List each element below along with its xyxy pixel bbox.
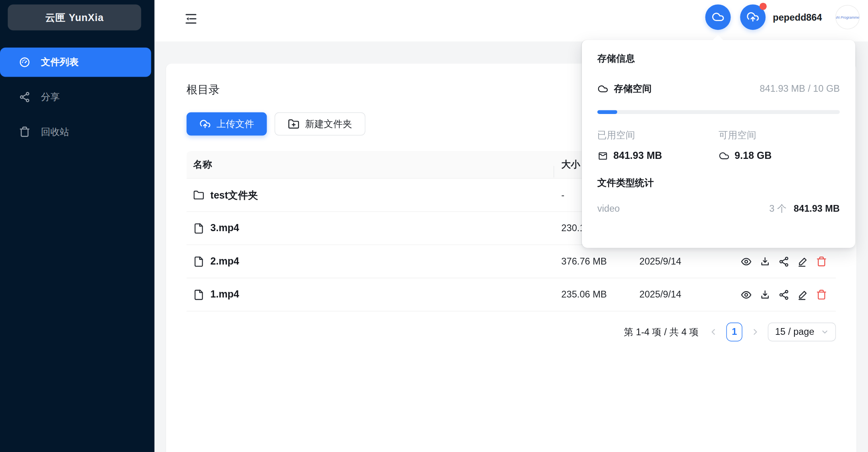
user-avatar[interactable]: NN Programmer bbox=[835, 5, 860, 29]
storage-info-button[interactable] bbox=[705, 4, 730, 30]
folder-icon bbox=[193, 189, 204, 201]
delete-icon[interactable] bbox=[816, 289, 827, 300]
file-date-cell: 2025/9/14 bbox=[631, 289, 734, 300]
storage-progress-fill bbox=[597, 110, 617, 114]
row-actions bbox=[734, 256, 836, 267]
share-icon[interactable] bbox=[778, 289, 789, 300]
next-page-icon[interactable] bbox=[751, 328, 760, 336]
delete-icon[interactable] bbox=[816, 256, 827, 267]
file-name-cell[interactable]: 2.mp4 bbox=[186, 255, 553, 267]
file-type-stat-row: video 3 个 841.93 MB bbox=[597, 203, 840, 215]
file-type-stats-title: 文件类型统计 bbox=[597, 176, 840, 189]
file-type-name: video bbox=[597, 203, 620, 214]
column-header-name[interactable]: 名称 bbox=[186, 158, 553, 171]
file-name-cell[interactable]: 1.mp4 bbox=[186, 289, 553, 300]
sidebar-item[interactable]: 回收站 bbox=[0, 117, 151, 147]
download-icon[interactable] bbox=[760, 289, 771, 300]
file-name: test文件夹 bbox=[210, 188, 258, 201]
file-name: 1.mp4 bbox=[210, 289, 239, 300]
free-space: 可用空间 9.18 GB bbox=[719, 129, 840, 162]
app-logo: 云匣 YunXia bbox=[8, 4, 141, 30]
storage-space-value: 841.93 MB / 10 GB bbox=[760, 83, 840, 95]
pagination: 第 1-4 项 / 共 4 项 1 15 / page bbox=[186, 323, 836, 341]
new-folder-label: 新建文件夹 bbox=[305, 118, 352, 130]
trash-icon bbox=[19, 126, 30, 138]
table-row[interactable]: 2.mp4 376.76 MB 2025/9/14 bbox=[186, 245, 836, 278]
sidebar-item[interactable]: 分享 bbox=[0, 83, 151, 112]
free-space-value: 9.18 GB bbox=[734, 150, 771, 161]
sidebar: 云匣 YunXia 文件列表 bbox=[0, 0, 155, 452]
username[interactable]: pepedd864 bbox=[773, 0, 822, 35]
popover-title: 存储信息 bbox=[597, 52, 840, 65]
sidebar-item-label: 分享 bbox=[41, 91, 60, 103]
used-space-label: 已用空间 bbox=[597, 129, 719, 142]
file-type-size: 841.93 MB bbox=[794, 203, 840, 214]
sidebar-item-label: 回收站 bbox=[41, 126, 69, 138]
file-size-cell: 376.76 MB bbox=[554, 256, 631, 267]
storage-space-row: 存储空间 841.93 MB / 10 GB bbox=[597, 83, 840, 95]
dashboard-icon bbox=[19, 56, 30, 68]
file-date-cell: 2025/9/14 bbox=[631, 256, 734, 267]
download-icon[interactable] bbox=[760, 256, 771, 267]
app-logo-text: 云匣 YunXia bbox=[45, 11, 104, 24]
used-space: 已用空间 841.93 MB bbox=[597, 129, 719, 162]
share-icon[interactable] bbox=[778, 256, 789, 267]
file-icon bbox=[193, 289, 204, 300]
file-icon bbox=[193, 256, 204, 267]
app-window: 云匣 YunXia 文件列表 bbox=[0, 0, 868, 452]
rename-icon[interactable] bbox=[797, 256, 808, 267]
notification-badge bbox=[760, 3, 767, 10]
preview-icon[interactable] bbox=[741, 289, 752, 300]
used-space-value: 841.93 MB bbox=[613, 150, 662, 161]
rename-icon[interactable] bbox=[797, 289, 808, 300]
file-size-cell: 235.06 MB bbox=[554, 289, 631, 300]
file-name-cell[interactable]: 3.mp4 bbox=[186, 222, 553, 234]
cloud-icon bbox=[711, 10, 725, 23]
folder-plus-icon bbox=[288, 118, 299, 129]
cloud-icon bbox=[597, 83, 608, 95]
sidebar-item-label: 文件列表 bbox=[41, 56, 79, 69]
upload-file-button[interactable]: 上传文件 bbox=[186, 112, 267, 135]
storage-breakdown: 已用空间 841.93 MB 可用空间 bbox=[597, 129, 840, 162]
free-space-label: 可用空间 bbox=[719, 129, 840, 142]
file-name-cell[interactable]: test文件夹 bbox=[186, 188, 553, 201]
page-number-button[interactable]: 1 bbox=[727, 323, 742, 341]
preview-icon[interactable] bbox=[741, 256, 752, 267]
topbar: pepedd864 NN Programmer bbox=[155, 0, 868, 41]
page-size-value: 15 / page bbox=[775, 326, 814, 338]
sidebar-collapse-button[interactable] bbox=[184, 12, 198, 26]
storage-popover: 存储信息 存储空间 841.93 MB / 10 GB 已用空间 bbox=[582, 40, 855, 248]
upload-tasks-button[interactable] bbox=[740, 4, 765, 30]
avatar-text: NN Programmer bbox=[835, 15, 860, 19]
sidebar-menu: 文件列表 分享 bbox=[0, 48, 151, 152]
row-actions bbox=[734, 289, 836, 300]
upload-file-label: 上传文件 bbox=[217, 118, 254, 130]
page-size-select[interactable]: 15 / page bbox=[768, 323, 836, 341]
cloud-icon bbox=[719, 150, 730, 161]
file-name: 2.mp4 bbox=[210, 255, 239, 267]
file-type-stats: video 3 个 841.93 MB bbox=[597, 203, 840, 215]
cloud-upload-icon bbox=[199, 118, 211, 129]
inbox-icon bbox=[597, 150, 608, 161]
table-row[interactable]: 1.mp4 235.06 MB 2025/9/14 bbox=[186, 278, 836, 312]
share-icon bbox=[19, 91, 30, 103]
chevron-down-icon bbox=[821, 328, 829, 336]
file-icon bbox=[193, 223, 204, 234]
file-type-count: 3 个 bbox=[769, 203, 787, 215]
file-name: 3.mp4 bbox=[210, 222, 239, 234]
pagination-total: 第 1-4 项 / 共 4 项 bbox=[624, 326, 699, 338]
storage-space-label: 存储空间 bbox=[614, 83, 652, 95]
cloud-upload-icon bbox=[746, 10, 760, 23]
storage-progress-bar bbox=[597, 110, 840, 114]
prev-page-icon[interactable] bbox=[709, 328, 718, 336]
new-folder-button[interactable]: 新建文件夹 bbox=[275, 112, 365, 135]
sidebar-item[interactable]: 文件列表 bbox=[0, 48, 151, 77]
